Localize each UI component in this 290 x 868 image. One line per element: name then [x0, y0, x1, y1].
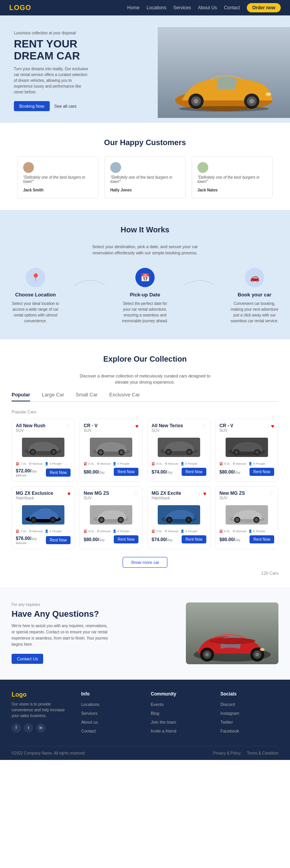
- car-name-4: CR - V: [219, 423, 233, 428]
- social-linkedin-icon[interactable]: in: [36, 723, 46, 733]
- show-more-button[interactable]: Show more car: [123, 557, 167, 568]
- rent-button-1[interactable]: Rent Now: [46, 469, 71, 477]
- tab-large-car[interactable]: Large Car: [42, 392, 64, 401]
- footer-link-join[interactable]: Join the team: [151, 720, 176, 724]
- car-heart-8[interactable]: ♡: [269, 491, 274, 497]
- car-heart-6[interactable]: ♡: [133, 491, 138, 497]
- footer-privacy[interactable]: Privacy & Policy: [213, 751, 241, 755]
- car-old-price-5: $80.00: [16, 541, 37, 545]
- testimonial-name-3: Jack Nates: [197, 188, 218, 192]
- hero-desc: Turn your dreams into reality. Our exclu…: [14, 66, 91, 95]
- hero-section: Luxurious collection at your disposal RE…: [0, 15, 290, 123]
- car-heart-2[interactable]: ♥: [135, 423, 138, 429]
- tab-exclusive-car[interactable]: Exclusive Car: [109, 392, 140, 401]
- rent-button-7[interactable]: Rent Now: [182, 535, 206, 543]
- footer-link-blog[interactable]: Blog: [151, 711, 159, 716]
- footer-link-instagram[interactable]: Instagram: [221, 711, 239, 716]
- svg-point-38: [32, 518, 35, 522]
- footer-link-events[interactable]: Events: [151, 702, 164, 707]
- car-specs-8: ⛽ 8.0L ⚙ Manual 👤 6 People: [219, 530, 274, 533]
- rent-button-2[interactable]: Rent Now: [114, 468, 138, 476]
- svg-point-32: [234, 450, 238, 454]
- svg-point-56: [235, 518, 239, 522]
- svg-point-10: [179, 106, 269, 111]
- footer-link-about[interactable]: About us: [81, 720, 98, 724]
- tab-small-car[interactable]: Small Car: [76, 392, 98, 401]
- footer-col-socials: Socials Discord Instagram Twitter Facebo…: [221, 691, 279, 737]
- footer-link-contact[interactable]: Contact: [81, 729, 96, 733]
- hero-title: RENT YOURDREAM CAR: [14, 38, 146, 62]
- car-specs-2: ⛽ 8.0L ⚙ Manual 👤 6 People: [84, 462, 138, 465]
- footer-community-links: Events Blog Join the team Invite a frien…: [151, 701, 209, 734]
- footer-link-discord[interactable]: Discord: [221, 702, 235, 707]
- svg-point-58: [255, 518, 258, 522]
- step-2-title: Pick-up Date: [121, 292, 169, 298]
- svg-point-5: [194, 98, 199, 103]
- testimonial-text-3: "Definitely one of the best burgers in t…: [197, 175, 267, 184]
- avatar-1: [23, 162, 34, 173]
- nav-about[interactable]: About Us: [198, 5, 217, 10]
- car-heart-1[interactable]: ♡: [66, 423, 71, 429]
- nav-services[interactable]: Services: [173, 5, 191, 10]
- footer-top: Logo Our vision is to provide convenienc…: [12, 691, 278, 746]
- car-price-7: $74.00/day: [152, 537, 173, 542]
- rent-button-4[interactable]: Rent Now: [250, 468, 274, 476]
- car-specs-3: ⛽ 9.0L ⚙ Manual 👤 6 People: [152, 462, 206, 465]
- contact-us-button[interactable]: Contact Us: [12, 654, 43, 664]
- footer-link-locations[interactable]: Locations: [81, 702, 99, 707]
- car-specs-7: ⛽ 9.0L ⚙ Manual 👤 4 People: [152, 530, 206, 533]
- footer-terms[interactable]: Terms & Condition: [247, 751, 278, 755]
- nav-locations[interactable]: Locations: [147, 5, 166, 10]
- rent-button-3[interactable]: Rent Now: [182, 468, 206, 476]
- rent-button-5[interactable]: Rent Now: [46, 536, 71, 544]
- booking-now-button[interactable]: Booking Now: [14, 101, 50, 111]
- car-img-6: [84, 503, 138, 526]
- footer-link-twitter[interactable]: Twitter: [221, 720, 233, 724]
- nav-contact[interactable]: Contact: [224, 5, 240, 10]
- footer-socials: f t in: [12, 723, 70, 733]
- svg-point-46: [119, 518, 123, 522]
- footer-col-logo: Logo Our vision is to provide convenienc…: [12, 691, 70, 737]
- footer-link-invite[interactable]: Invite a friend: [151, 729, 176, 733]
- car-heart-5[interactable]: ♥: [67, 491, 71, 497]
- footer-link-services[interactable]: Services: [81, 711, 98, 716]
- how-it-works-section: How It Works Select your destination, pi…: [0, 210, 290, 339]
- order-now-button[interactable]: Order now: [247, 3, 281, 12]
- car-type-5: Hatchback: [16, 496, 53, 500]
- footer: Logo Our vision is to provide convenienc…: [0, 680, 290, 760]
- car-name-6: New MG ZS: [84, 491, 109, 496]
- car-img-8: [219, 503, 274, 526]
- car-card-4: CR - VSUV ♥ ⛽ 8.0L ⚙ Manual 👤 8 People $…: [215, 419, 278, 482]
- footer-info-links: Locations Services About us Contact: [81, 701, 140, 734]
- car-type-4: SUV: [219, 428, 233, 433]
- testimonials-section: Our Happy Customers "Definitely one of t…: [0, 123, 290, 210]
- car-heart-3[interactable]: ♡: [201, 423, 206, 429]
- rent-button-6[interactable]: Rent Now: [114, 535, 138, 543]
- testimonial-card-1: "Definitely one of the best burgers in t…: [17, 156, 98, 198]
- nav-home[interactable]: Home: [127, 5, 140, 10]
- footer-col-info: Info Locations Services About us Contact: [81, 691, 140, 737]
- how-title: How It Works: [12, 225, 278, 234]
- car-heart-4[interactable]: ♥: [271, 423, 274, 429]
- cta-car-image: [186, 602, 278, 664]
- svg-point-52: [187, 518, 191, 522]
- hero-car-image: [158, 15, 290, 123]
- social-twitter-icon[interactable]: t: [24, 723, 33, 733]
- car-heart-7[interactable]: ♥: [203, 491, 206, 497]
- svg-point-62: [209, 638, 255, 644]
- car-name-3: All New Terios: [152, 423, 183, 428]
- svg-point-9: [266, 92, 271, 96]
- rent-button-8[interactable]: Rent Now: [250, 535, 274, 543]
- car-type-7: Hatchback: [152, 496, 181, 500]
- see-all-cars-button[interactable]: See all cars: [54, 104, 76, 108]
- step-2-desc: Select the perfect date for your car ren…: [121, 301, 169, 324]
- svg-point-16: [52, 450, 56, 454]
- tab-popular[interactable]: Popular: [12, 392, 30, 401]
- car-specs-5: ⛽ 7.0L ⚙ Manual 👤 4 People: [16, 530, 71, 533]
- social-facebook-icon[interactable]: f: [12, 723, 21, 733]
- car-card-7: MG ZX ExciteHatchback ♥ ⛽ 9.0L ⚙ Manual …: [147, 486, 211, 549]
- car-price-5: $76.00/day: [16, 536, 37, 541]
- step-1-icon: 📍: [26, 268, 45, 287]
- cta-section: For any inquiries Have Any Questions? We…: [0, 587, 290, 680]
- footer-link-facebook[interactable]: Facebook: [221, 729, 239, 733]
